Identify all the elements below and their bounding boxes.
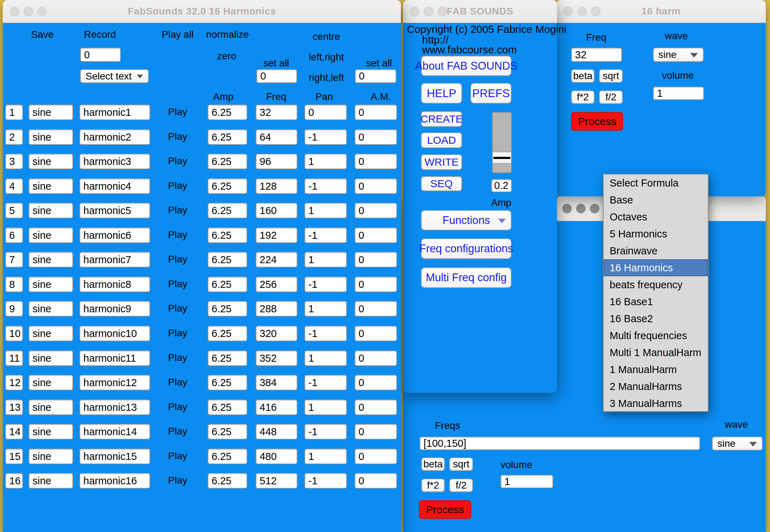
row-num-field[interactable]: [5, 227, 23, 243]
amp-input[interactable]: [491, 179, 512, 192]
row-pan-field[interactable]: [304, 301, 347, 317]
row-play-button[interactable]: Play: [168, 106, 187, 118]
row-num-field[interactable]: [5, 424, 23, 439]
row-freq-field[interactable]: [256, 203, 297, 218]
row-amp-field[interactable]: [208, 473, 247, 489]
row-am-field[interactable]: [355, 424, 397, 439]
row-amp-field[interactable]: [208, 400, 247, 415]
row-num-field[interactable]: [5, 252, 23, 267]
menu-item-16-base1[interactable]: 16 Base1: [604, 293, 708, 310]
row-freq-field[interactable]: [256, 252, 297, 267]
menu-item-2-manualharms[interactable]: 2 ManualHarms: [604, 378, 708, 395]
row-wave-field[interactable]: [29, 375, 73, 390]
row-num-field[interactable]: [5, 350, 23, 366]
row-name-field[interactable]: [79, 473, 150, 489]
row-am-field[interactable]: [355, 473, 397, 489]
create-button[interactable]: CREATE: [421, 111, 462, 127]
row-name-field[interactable]: [79, 227, 150, 243]
row-pan-field[interactable]: [304, 400, 347, 415]
write-button[interactable]: WRITE: [421, 154, 462, 170]
row-amp-field[interactable]: [208, 375, 247, 390]
freq-input[interactable]: [571, 48, 622, 62]
close-icon[interactable]: [562, 204, 572, 213]
row-freq-field[interactable]: [256, 326, 297, 341]
zero-button[interactable]: zero: [217, 51, 236, 62]
row-pan-field[interactable]: [304, 350, 347, 366]
row-num-field[interactable]: [5, 154, 23, 169]
row-num-field[interactable]: [5, 375, 23, 390]
row-num-field[interactable]: [5, 277, 23, 292]
menu-item-beats-frequency[interactable]: beats frequency: [604, 276, 708, 293]
menu-item-select-formula[interactable]: Select Formula: [604, 175, 708, 191]
amp-slider-thumb[interactable]: [493, 152, 511, 164]
row-name-field[interactable]: [79, 277, 150, 292]
row-name-field[interactable]: [79, 449, 150, 464]
row-pan-field[interactable]: [304, 424, 347, 439]
row-pan-field[interactable]: [304, 252, 347, 267]
left-right-button[interactable]: left,right: [309, 52, 344, 63]
row-play-button[interactable]: Play: [168, 450, 187, 462]
row-freq-field[interactable]: [256, 227, 297, 243]
menu-item-multi-frequencies[interactable]: Multi frequencies: [604, 327, 708, 344]
row-num-field[interactable]: [5, 178, 23, 194]
sqrt-button[interactable]: sqrt: [449, 457, 473, 471]
row-amp-field[interactable]: [208, 203, 247, 218]
row-freq-field[interactable]: [256, 105, 297, 120]
row-name-field[interactable]: [79, 424, 150, 439]
row-num-field[interactable]: [5, 203, 23, 218]
row-amp-field[interactable]: [208, 252, 247, 267]
menu-item-3-manualharms[interactable]: 3 ManualHarms: [604, 395, 708, 412]
row-pan-field[interactable]: [304, 375, 347, 390]
row-amp-field[interactable]: [208, 105, 247, 120]
process-button[interactable]: Process: [419, 500, 471, 519]
row-name-field[interactable]: [79, 252, 150, 267]
row-num-field[interactable]: [5, 449, 23, 464]
row-am-field[interactable]: [355, 178, 397, 194]
row-wave-field[interactable]: [29, 473, 73, 489]
row-amp-field[interactable]: [208, 449, 247, 464]
row-pan-field[interactable]: [304, 326, 347, 341]
row-am-field[interactable]: [355, 301, 397, 317]
prefs-button[interactable]: PREFS: [470, 83, 511, 104]
row-wave-field[interactable]: [29, 350, 73, 366]
row-pan-field[interactable]: [304, 178, 347, 194]
row-wave-field[interactable]: [29, 227, 73, 243]
menu-item-base[interactable]: Base: [604, 191, 708, 208]
row-wave-field[interactable]: [29, 449, 73, 464]
row-wave-field[interactable]: [29, 105, 73, 120]
row-play-button[interactable]: Play: [168, 401, 187, 413]
wave-select[interactable]: sine: [653, 48, 704, 62]
freqs-input[interactable]: [420, 437, 700, 450]
row-amp-field[interactable]: [208, 350, 247, 366]
row-am-field[interactable]: [355, 449, 397, 464]
row-name-field[interactable]: [79, 350, 150, 366]
row-num-field[interactable]: [5, 473, 23, 489]
load-button[interactable]: LOAD: [421, 132, 462, 148]
play-all-button[interactable]: Play all: [162, 29, 194, 40]
row-freq-field[interactable]: [256, 154, 297, 169]
row-amp-field[interactable]: [208, 178, 247, 194]
set-all-am-label[interactable]: set all: [366, 58, 392, 69]
select-text-select[interactable]: Select text: [80, 69, 149, 83]
menu-item-16-harmonics[interactable]: 16 Harmonics: [604, 259, 708, 276]
row-num-field[interactable]: [5, 105, 23, 120]
process-button[interactable]: Process: [571, 112, 623, 131]
volume-input[interactable]: [653, 87, 704, 100]
amp-slider-track[interactable]: [492, 112, 512, 173]
row-amp-field[interactable]: [208, 301, 247, 317]
row-freq-field[interactable]: [256, 178, 297, 194]
row-am-field[interactable]: [355, 400, 397, 415]
row-freq-field[interactable]: [256, 350, 297, 366]
row-amp-field[interactable]: [208, 154, 247, 169]
row-play-button[interactable]: Play: [168, 155, 187, 167]
sqrt-button[interactable]: sqrt: [599, 69, 623, 83]
menu-item-1-manualharm[interactable]: 1 ManualHarm: [604, 361, 708, 378]
row-play-button[interactable]: Play: [168, 352, 187, 363]
row-wave-field[interactable]: [29, 301, 73, 317]
row-amp-field[interactable]: [208, 129, 247, 145]
row-freq-field[interactable]: [256, 129, 297, 145]
normalize-button[interactable]: normalize: [206, 29, 249, 40]
fab-titlebar[interactable]: FAB SOUNDS: [403, 0, 557, 23]
row-am-field[interactable]: [355, 227, 397, 243]
help-button[interactable]: HELP: [421, 83, 462, 104]
